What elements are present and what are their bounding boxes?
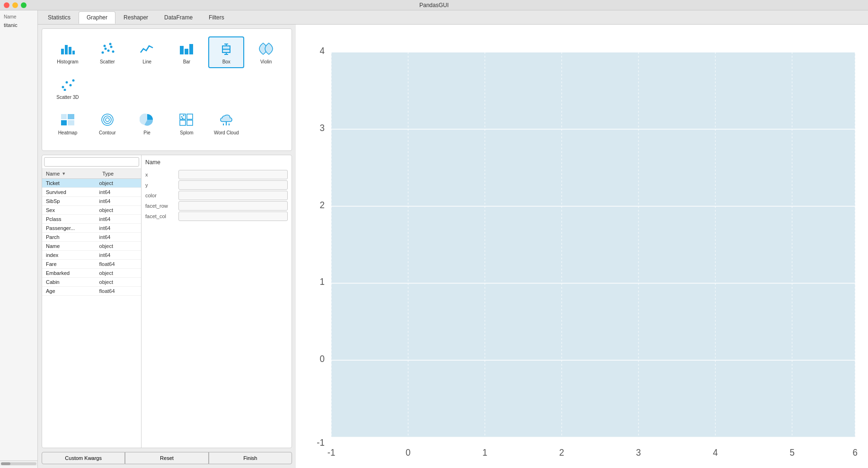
var-row[interactable]: Agefloat64 [42,287,141,296]
maximize-button[interactable] [21,2,27,8]
svg-text:6: 6 [853,448,858,458]
svg-text:4: 4 [713,448,718,458]
svg-point-21 [65,81,68,84]
var-search-input[interactable] [44,157,139,167]
svg-rect-0 [61,49,64,54]
scrollbar-track [1,462,36,465]
variable-list: TicketobjectSurvivedint64SibSpint64Sexob… [42,179,141,448]
custom-kwargs-button[interactable]: Custom Kwargs [42,452,125,464]
drop-target-label-facet_col: facet_col [145,213,178,219]
chart-type-box[interactable]: Box [208,36,244,68]
bottom-buttons: Custom Kwargs Reset Finish [42,452,292,464]
grapher-area: Histogram [38,25,868,468]
scatter-icon [99,40,116,57]
drop-target-input-y[interactable] [178,180,288,190]
var-row[interactable]: Survivedint64 [42,188,141,197]
svg-point-30 [104,116,111,124]
svg-text:0: 0 [320,354,325,364]
tab-reshaper[interactable]: Reshaper [115,11,156,24]
window-controls[interactable] [4,2,27,8]
svg-text:2: 2 [559,448,564,458]
chart-type-heatmap[interactable]: Heatmap [50,107,86,139]
var-row[interactable]: Parchint64 [42,233,141,242]
svg-rect-43 [331,52,855,437]
svg-point-4 [101,52,104,54]
svg-text:3: 3 [320,123,325,133]
chart-type-pie[interactable]: Pie [129,107,165,139]
splom-icon [178,111,195,128]
drop-target-label-y: y [145,182,178,188]
chart-type-violin[interactable]: Violin [248,36,284,68]
chart-area: 4 3 2 1 0 -1 -1 0 1 2 3 4 5 6 [296,25,868,468]
var-list-header: Name ▼ Type [42,169,141,179]
svg-text:3: 3 [636,448,641,458]
var-row[interactable]: Farefloat64 [42,260,141,269]
heatmap-label: Heatmap [58,130,78,135]
var-row[interactable]: Sexobject [42,206,141,215]
violin-icon [257,40,275,57]
chart-type-scatter[interactable]: Scatter [89,36,125,68]
contour-label: Contour [99,130,116,135]
tab-grapher[interactable]: Grapher [79,11,115,24]
sidebar-item-titanic[interactable]: titanic [0,20,37,30]
chart-type-histogram[interactable]: Histogram [50,36,86,68]
sidebar-scrollbar[interactable] [0,460,37,466]
drop-target-label-color: color [145,193,178,198]
var-row[interactable]: Ticketobject [42,179,141,188]
drop-target-label-facet_row: facet_row [145,203,178,209]
drop-target-label-x: x [145,172,178,177]
chart-type-line[interactable]: Line [129,36,165,68]
tab-dataframe[interactable]: DataFrame [156,11,201,24]
finish-button[interactable]: Finish [209,452,292,464]
svg-text:1: 1 [482,448,487,458]
chart-type-splom[interactable]: Splom [169,107,205,139]
svg-rect-12 [185,49,188,54]
histogram-label: Histogram [57,59,79,64]
chart-type-grid-row2: Heatmap Contour [50,107,284,139]
violin-label: Violin [260,59,272,64]
box-label: Box [222,59,230,64]
svg-point-24 [63,89,66,91]
var-row[interactable]: Embarkedobject [42,269,141,278]
scrollbar-thumb [1,462,10,465]
wordcloud-label: Word Cloud [214,130,239,135]
chart-type-contour[interactable]: Contour [89,107,125,139]
svg-rect-26 [68,114,74,119]
var-row[interactable]: Passenger...int64 [42,224,141,233]
drop-target-input-color[interactable] [178,191,288,200]
svg-text:4: 4 [320,46,325,56]
chart-type-scatter3d[interactable]: Scatter 3D [50,72,86,104]
drop-target-input-facet_row[interactable] [178,201,288,211]
svg-text:-1: -1 [328,448,336,458]
box-icon [218,40,235,57]
tab-filters[interactable]: Filters [201,11,232,24]
var-type-header: Type [98,169,141,178]
pie-icon [139,111,156,128]
var-search [42,155,141,169]
scatter-label: Scatter [100,59,115,64]
splom-label: Splom [180,130,193,135]
svg-point-22 [69,84,71,87]
close-button[interactable] [4,2,9,8]
chart-type-wordcloud[interactable]: Word Cloud [208,107,244,139]
tabbar: Statistics Grapher Reshaper DataFrame Fi… [38,10,868,25]
drop-target-input-x[interactable] [178,170,288,179]
var-row[interactable]: indexint64 [42,251,141,260]
wordcloud-icon [218,111,235,128]
var-row[interactable]: SibSpint64 [42,197,141,206]
tab-statistics[interactable]: Statistics [40,11,79,24]
var-row[interactable]: Cabinobject [42,278,141,287]
minimize-button[interactable] [12,2,18,8]
reset-button[interactable]: Reset [125,452,208,464]
main-content: Statistics Grapher Reshaper DataFrame Fi… [38,10,868,468]
svg-text:-1: -1 [317,437,325,447]
var-row[interactable]: Pclassint64 [42,215,141,224]
svg-rect-34 [180,120,186,125]
svg-point-20 [62,86,64,88]
svg-point-37 [183,115,185,116]
var-row[interactable]: Nameobject [42,242,141,251]
svg-rect-3 [72,51,75,54]
drop-target-input-facet_col[interactable] [178,212,288,221]
chart-type-bar[interactable]: Bar [169,36,205,68]
drop-target-facet_row: facet_row [145,201,288,211]
